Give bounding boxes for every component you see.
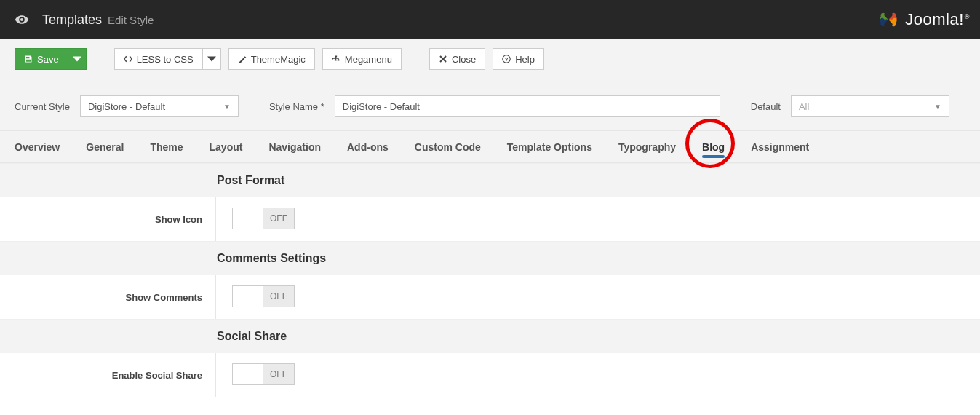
save-button-group: Save (15, 48, 87, 70)
page-header: Templates Edit Style Joomla!® (0, 0, 980, 39)
show-icon-row: Show Icon OFF (0, 197, 980, 241)
current-style-select[interactable]: DigiStore - Default ▼ (80, 95, 239, 117)
help-label: Help (515, 54, 535, 65)
style-name-input[interactable] (335, 95, 720, 117)
tab-overview[interactable]: Overview (15, 131, 60, 162)
tab-layout[interactable]: Layout (210, 131, 243, 162)
svg-text:?: ? (505, 56, 509, 63)
close-label: Close (452, 54, 476, 65)
caret-down-icon: ▼ (223, 103, 231, 111)
default-label: Default (751, 101, 781, 112)
thememagic-button[interactable]: ThemeMagic (228, 48, 315, 70)
current-style-label: Current Style (15, 101, 70, 112)
comments-heading: Comments Settings (217, 252, 980, 265)
post-format-heading: Post Format (217, 174, 980, 187)
show-icon-label: Show Icon (0, 197, 216, 241)
toggle-on-half (233, 286, 263, 307)
comments-section: Comments Settings (0, 241, 980, 275)
tab-general[interactable]: General (86, 131, 124, 162)
tab-assignment[interactable]: Assignment (751, 131, 809, 162)
toggle-on-half (233, 208, 263, 229)
page-subtitle: Edit Style (108, 14, 154, 26)
wand-icon (238, 55, 247, 63)
caret-down-icon (207, 55, 216, 63)
toggle-off-half: OFF (263, 208, 294, 229)
caret-down-icon (73, 55, 81, 63)
tab-theme[interactable]: Theme (150, 131, 183, 162)
social-section: Social Share (0, 319, 980, 353)
save-icon (24, 55, 33, 63)
post-format-section: Post Format (0, 163, 980, 197)
show-icon-toggle[interactable]: OFF (232, 208, 295, 229)
enable-social-toggle[interactable]: OFF (232, 363, 295, 385)
less-to-css-dropdown-button[interactable] (202, 48, 221, 70)
tab-navigation[interactable]: Navigation (268, 131, 321, 162)
social-heading: Social Share (217, 330, 980, 343)
tab-addons[interactable]: Add-ons (347, 131, 389, 162)
joomla-logo: Joomla!® (876, 7, 970, 32)
page-title: Templates (42, 12, 102, 28)
less-to-css-button[interactable]: LESS to CSS (114, 48, 202, 70)
brand-text: Joomla! (905, 10, 964, 28)
tab-custom-code[interactable]: Custom Code (415, 131, 481, 162)
show-comments-label: Show Comments (0, 275, 216, 319)
less-to-css-label: LESS to CSS (137, 54, 194, 65)
caret-down-icon: ▼ (934, 103, 941, 111)
style-name-label: Style Name * (269, 101, 324, 112)
brand-trademark: ® (965, 13, 970, 20)
less-to-css-button-group: LESS to CSS (114, 48, 221, 70)
joomla-icon (876, 7, 901, 32)
tab-template-options[interactable]: Template Options (507, 131, 592, 162)
sitemap-icon (332, 55, 340, 63)
megamenu-label: Megamenu (345, 54, 392, 65)
code-icon (124, 55, 132, 63)
show-comments-toggle[interactable]: OFF (232, 285, 295, 307)
toolbar: Save LESS to CSS ThemeMagic Megamenu Clo… (0, 39, 980, 79)
toggle-off-half: OFF (263, 364, 294, 384)
close-button[interactable]: Close (429, 48, 485, 70)
toggle-on-half (233, 364, 263, 384)
save-button-label: Save (37, 54, 59, 65)
default-value: All (799, 101, 809, 112)
current-style-value: DigiStore - Default (88, 101, 165, 112)
close-icon (439, 55, 447, 63)
help-button[interactable]: ? Help (493, 48, 544, 70)
enable-social-row: Enable Social Share OFF (0, 353, 980, 397)
save-button[interactable]: Save (15, 48, 68, 70)
eye-icon (15, 12, 29, 27)
tabs-row: Overview General Theme Layout Navigation… (0, 131, 980, 163)
thememagic-label: ThemeMagic (251, 54, 306, 65)
help-icon: ? (502, 55, 511, 63)
enable-social-label: Enable Social Share (0, 353, 216, 397)
toggle-off-half: OFF (263, 286, 294, 307)
style-row: Current Style DigiStore - Default ▼ Styl… (0, 79, 980, 131)
show-comments-row: Show Comments OFF (0, 275, 980, 319)
tab-blog[interactable]: Blog (702, 131, 725, 162)
megamenu-button[interactable]: Megamenu (322, 48, 402, 70)
default-select[interactable]: All ▼ (791, 95, 949, 117)
save-dropdown-button[interactable] (68, 48, 87, 70)
tab-typography[interactable]: Typography (618, 131, 676, 162)
